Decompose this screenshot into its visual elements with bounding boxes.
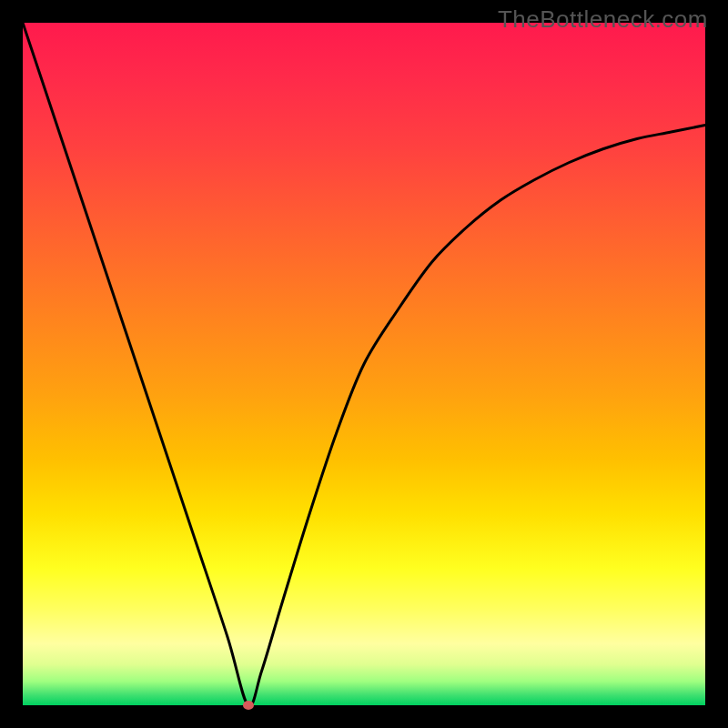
watermark-text: TheBottleneck.com — [498, 5, 708, 34]
chart-plot-area — [23, 23, 705, 705]
bottleneck-curve — [23, 23, 705, 705]
minimum-marker — [243, 701, 254, 710]
